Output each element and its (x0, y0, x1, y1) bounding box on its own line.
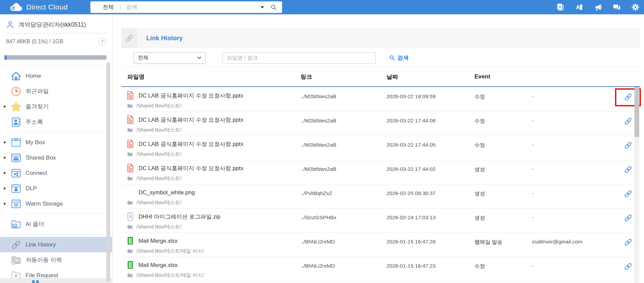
link-cell: ../M2btNws2aB (301, 160, 386, 184)
none (126, 188, 134, 197)
filter-keyword-input[interactable] (222, 52, 376, 64)
table-row: Mail Merge.xlsx/Shared Box/테스트/메일 머지/../… (121, 257, 641, 281)
user-name[interactable]: 계약담당관리자(skk0511) (18, 20, 86, 29)
table-row: Mail Merge.xlsx/Shared Box/테스트/메일 머지/../… (121, 233, 641, 257)
file-cell: DC LAB 공식홈페이지 수정 요청사항.pptx/Shared Box/테스… (121, 136, 301, 160)
copy-link-button[interactable] (624, 165, 633, 174)
event-cell: 수정 (474, 112, 532, 136)
ai-folder-icon: AI (10, 219, 22, 230)
user-block: 계약담당관리자(skk0511) 847.46KB (0.1%) / 1GB ? (0, 14, 112, 45)
event-cell: 수정 (474, 136, 532, 160)
recipient-cell: - (532, 112, 615, 136)
ai-docs-icon[interactable]: AI (556, 3, 565, 11)
gear-icon[interactable] (631, 3, 640, 11)
svg-text:d: d (11, 5, 14, 11)
main-scrollbar-thumb[interactable] (634, 87, 639, 137)
xlsx-file-icon (126, 260, 134, 270)
chevron-down-icon (197, 56, 202, 59)
expand-arrow-icon[interactable] (3, 187, 10, 190)
copy-link-button[interactable] (624, 262, 633, 271)
folder-small-icon (127, 273, 133, 278)
sidebar-item-label: Warm Storage (26, 200, 63, 207)
file-path: /Shared Box/테스트/ (136, 103, 181, 109)
file-name[interactable]: DC_symbol_white.png (138, 189, 195, 196)
sidebar-item-home[interactable]: Home (0, 68, 112, 84)
file-name[interactable]: DC LAB 공식홈페이지 수정 요청사항.pptx (138, 165, 243, 172)
sidebar-item-warm-storage[interactable]: Warm Storage (0, 196, 112, 211)
event-cell: 생성 (474, 209, 532, 233)
storage-progress-fill (4, 55, 6, 60)
warm-storage-icon (10, 198, 22, 210)
sidebar-item-link-history[interactable]: Link History (0, 237, 112, 252)
header-icon-group: AIA (556, 0, 640, 14)
file-cell: Mail Merge.xlsx/Shared Box/테스트/메일 머지/ (121, 257, 301, 281)
table-header-row: 파일명 링크 날짜 Event (121, 67, 641, 87)
expand-arrow-icon[interactable] (3, 172, 10, 175)
copy-link-button[interactable] (624, 141, 633, 150)
sidebar-item-즐겨찾기[interactable]: 즐겨찾기 (0, 99, 112, 114)
divider (6, 33, 106, 33)
event-cell: 생성 (474, 160, 532, 184)
sidebar-item-dlp[interactable]: DLP (0, 181, 112, 196)
sidebar-item-주소록[interactable]: 주소록 (0, 114, 112, 130)
search-button-label: 검색 (397, 54, 409, 62)
pptx-file-icon (126, 164, 134, 173)
date-cell: 2026-03-22 17:44:05 (386, 136, 474, 160)
date-cell: 2026-03-22 17:44:08 (386, 112, 474, 136)
sidebar-item-connect[interactable]: Connect (0, 165, 112, 181)
sharedbox-icon (10, 152, 22, 164)
cut-off-icon (32, 280, 39, 283)
global-search-scope[interactable]: 전체 (103, 4, 114, 11)
filter-scope-select[interactable]: 전체 (134, 52, 206, 64)
folder-small-icon (127, 152, 133, 157)
caret-down-icon[interactable] (260, 6, 264, 9)
search-icon[interactable] (270, 4, 277, 11)
copy-link-button[interactable] (624, 117, 633, 126)
dlp-icon (10, 183, 22, 194)
date-cell: 2026-02-24 17:03:13 (386, 209, 474, 233)
link-cell: ../BhNLi2rxMD (301, 257, 386, 281)
expand-arrow-icon[interactable] (3, 202, 10, 205)
brand-logo[interactable]: d Direct Cloud (9, 2, 68, 12)
chat-icon[interactable] (613, 3, 621, 11)
page-title: Link History (146, 34, 183, 42)
main-scrollbar-track[interactable] (634, 87, 639, 283)
copy-link-button[interactable] (624, 238, 633, 247)
search-icon (389, 55, 395, 61)
file-name[interactable]: DC LAB 공식홈페이지 수정 요청사항.pptx (138, 116, 243, 124)
copy-link-button[interactable] (624, 213, 633, 223)
user-icon (6, 20, 14, 29)
sidebar-item-label: 최근파일 (26, 87, 49, 95)
sidebar-item-최근파일[interactable]: 최근파일 (0, 84, 112, 99)
global-search-input[interactable] (126, 4, 260, 10)
search-button[interactable]: 검색 (389, 54, 409, 62)
expand-arrow-icon[interactable] (3, 105, 10, 108)
expand-arrow-icon[interactable] (3, 156, 10, 159)
file-name[interactable]: DHHI 마이그레이션 로그파일.zip (138, 213, 220, 221)
copy-link-button[interactable] (624, 189, 633, 198)
megaphone-icon[interactable] (594, 3, 602, 11)
date-cell: 2026-03-22 17:44:02 (386, 160, 474, 184)
page-title-bar: Link History (121, 28, 640, 48)
file-name[interactable]: Mail Merge.xlsx (138, 262, 178, 268)
recent-files-icon (10, 86, 22, 97)
sidebar-item-ai-폴더[interactable]: AIAI 폴더 (0, 217, 112, 232)
help-icon[interactable]: ? (99, 38, 106, 45)
svg-text:AI: AI (14, 224, 16, 227)
sidebar-scrollbar-thumb[interactable] (106, 62, 110, 282)
expand-arrow-icon[interactable] (3, 141, 10, 144)
global-search-bar: 전체 (90, 1, 282, 13)
file-name[interactable]: DC LAB 공식홈페이지 수정 요청사항.pptx (138, 140, 243, 148)
sidebar-item-자동이동-이력[interactable]: 자동이동 이력 (0, 252, 112, 268)
sidebar-item-label: Connect (26, 170, 47, 177)
event-cell: 생성 (474, 184, 532, 208)
sidebar-item-my-box[interactable]: My Box (0, 135, 112, 150)
nav-divider (3, 132, 107, 132)
sidebar-item-shared-box[interactable]: Shared Box (0, 150, 112, 165)
ai-translate-icon[interactable]: A (575, 3, 583, 11)
nav-divider (3, 214, 107, 214)
sidebar-item-label: DLP (26, 185, 37, 192)
file-name[interactable]: Mail Merge.xlsx (138, 238, 178, 244)
folder-small-icon (127, 225, 133, 229)
file-name[interactable]: DC LAB 공식홈페이지 수정 요청사항.pptx (138, 92, 243, 100)
